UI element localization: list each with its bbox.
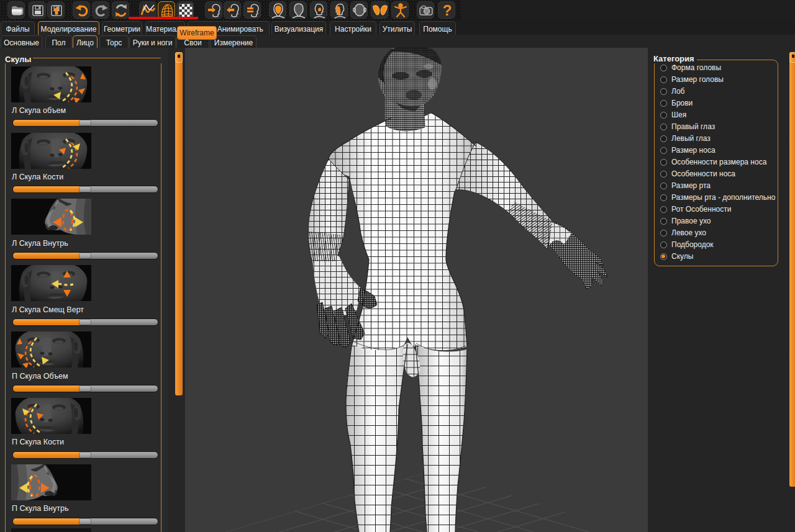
svg-text:?: ? (443, 2, 452, 19)
